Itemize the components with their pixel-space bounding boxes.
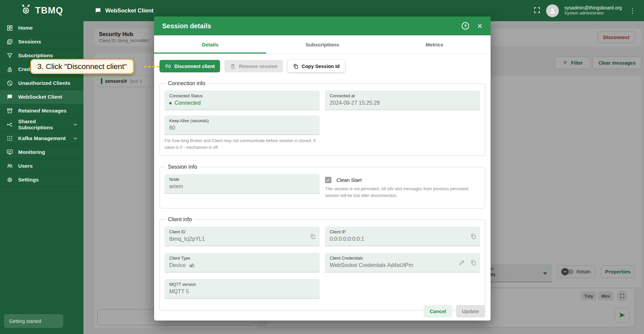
remove-session-button[interactable]: Remove session bbox=[224, 60, 283, 72]
chevron-down-icon bbox=[73, 136, 78, 141]
client-id-value: tbmq_lcj2pYL1 bbox=[169, 236, 315, 242]
gear-icon bbox=[6, 176, 13, 183]
connected-at-label: Connected at bbox=[330, 94, 475, 98]
keep-alive-value: 60 bbox=[169, 125, 315, 131]
node-value: artem bbox=[169, 183, 315, 190]
annotation-connector bbox=[144, 66, 159, 67]
copy-session-id-button[interactable]: Copy Session Id bbox=[287, 60, 345, 72]
copy-icon[interactable] bbox=[310, 233, 316, 240]
user-email: sysadmin@thingsboard.org bbox=[564, 5, 622, 11]
mqtt-version-label: MQTT version bbox=[169, 282, 315, 287]
node-field[interactable]: Node artem bbox=[165, 174, 320, 194]
sidebar-item-home[interactable]: Home bbox=[0, 21, 83, 35]
sidebar-item-users[interactable]: Users bbox=[0, 159, 83, 173]
dialog-tabs: Details Subscriptions Metrics bbox=[154, 35, 491, 54]
mqtt-version-value: MQTT 5 bbox=[169, 289, 315, 295]
copy-icon[interactable] bbox=[470, 233, 477, 240]
dialog-footer: Cancel Update bbox=[424, 305, 485, 318]
tbmq-logo-icon bbox=[20, 4, 32, 17]
connected-status-field[interactable]: Connected Status Connected bbox=[165, 91, 320, 110]
update-button[interactable]: Update bbox=[456, 305, 485, 318]
client-id-field[interactable]: Client ID tbmq_lcj2pYL1 bbox=[165, 227, 320, 246]
client-id-label: Client ID bbox=[169, 230, 315, 234]
sidebar-item-sessions[interactable]: Sessions bbox=[0, 35, 83, 49]
block-icon bbox=[6, 80, 13, 87]
clean-start-checkbox[interactable] bbox=[325, 177, 331, 183]
sidebar-item-label: Unauthorized Clients bbox=[18, 80, 70, 86]
filter-funnel-icon bbox=[6, 52, 13, 59]
cancel-button[interactable]: Cancel bbox=[424, 305, 452, 318]
chat-bubble-icon bbox=[95, 7, 102, 14]
keep-alive-label: Keep Alive (seconds) bbox=[169, 119, 315, 123]
connected-at-field[interactable]: Connected at 2024-09-27 15:25:29 bbox=[325, 91, 480, 110]
tab-details[interactable]: Details bbox=[154, 35, 266, 54]
disconnect-client-button[interactable]: Disconnect client bbox=[159, 60, 220, 72]
active-tab-indicator bbox=[154, 53, 266, 54]
client-type-value: Device bbox=[169, 262, 186, 268]
client-ip-label: Client IP bbox=[330, 230, 475, 234]
sidebar-item-label: Monitoring bbox=[18, 149, 45, 155]
link-off-icon bbox=[165, 63, 171, 69]
sidebar-item-websocket-client[interactable]: WebSocket Client bbox=[0, 90, 83, 104]
client-info-legend: Client info bbox=[166, 216, 194, 223]
node-label: Node bbox=[169, 177, 315, 182]
lock-icon bbox=[6, 66, 13, 73]
avatar[interactable] bbox=[546, 4, 559, 17]
connected-status-value: Connected bbox=[175, 100, 201, 106]
user-menu[interactable]: sysadmin@thingsboard.org System administ… bbox=[564, 5, 622, 16]
edit-pencil-icon[interactable] bbox=[459, 259, 465, 266]
session-info-legend: Session info bbox=[166, 164, 199, 170]
sidebar-item-unauthorized-clients[interactable]: Unauthorized Clients bbox=[0, 76, 83, 90]
help-icon[interactable]: ? bbox=[462, 22, 469, 30]
fullscreen-icon[interactable] bbox=[533, 6, 541, 15]
sidebar-item-settings[interactable]: Settings bbox=[0, 173, 83, 187]
sidebar-item-shared-subscriptions[interactable]: Shared Subscriptions bbox=[0, 118, 83, 132]
client-type-field[interactable]: Client Type Device bbox=[165, 253, 320, 272]
connection-info-legend: Connection info bbox=[166, 80, 207, 87]
close-icon[interactable]: ✕ bbox=[477, 22, 482, 30]
sidebar-item-label: WebSocket Client bbox=[18, 94, 62, 100]
sidebar-item-label: Sessions bbox=[18, 39, 41, 45]
logo[interactable]: TBMQ bbox=[0, 0, 83, 21]
branch-icon bbox=[6, 121, 13, 128]
chat-bubble-icon bbox=[6, 94, 13, 100]
sidebar-item-monitoring[interactable]: Monitoring bbox=[0, 145, 83, 159]
sidebar-item-kafka-management[interactable]: Kafka Management bbox=[0, 132, 83, 145]
person-icon bbox=[548, 7, 557, 15]
session-actions: Disconnect client Remove session Copy Se… bbox=[159, 60, 485, 72]
tab-metrics[interactable]: Metrics bbox=[379, 35, 491, 54]
apps-grid-icon bbox=[6, 135, 13, 142]
client-credentials-field[interactable]: Client Credentials WebSocket Credentials… bbox=[325, 253, 480, 272]
check-icon bbox=[326, 178, 330, 182]
sidebar-item-label: Shared Subscriptions bbox=[18, 119, 68, 131]
user-role: System administrator bbox=[564, 11, 622, 16]
keep-alive-cell: Keep Alive (seconds) 60 For how long Bro… bbox=[165, 115, 320, 151]
annotation-tooltip: 3. Click "Disconnect client" bbox=[30, 59, 134, 74]
connection-info-section: Connection info Connected Status Connect… bbox=[159, 80, 485, 156]
tab-subscriptions[interactable]: Subscriptions bbox=[266, 35, 378, 54]
copy-session-id-label: Copy Session Id bbox=[302, 64, 340, 69]
getting-started-button[interactable]: Getting started bbox=[4, 314, 63, 328]
app-root: TBMQ Home Sessions Subscriptions Credent… bbox=[0, 0, 644, 334]
mqtt-version-field[interactable]: MQTT version MQTT 5 bbox=[165, 279, 320, 299]
dashboard-icon bbox=[6, 25, 13, 31]
sessions-icon bbox=[6, 38, 13, 45]
client-ip-value: 0:0:0:0:0:0:0:1 bbox=[330, 236, 475, 242]
chevron-down-icon bbox=[73, 122, 78, 127]
annotation-text: 3. Click "Disconnect client" bbox=[37, 62, 127, 71]
sidebar-item-label: Settings bbox=[18, 177, 39, 183]
sidebar-item-label: Kafka Management bbox=[18, 135, 66, 141]
session-info-section: Session info Node artem Clean Start This… bbox=[159, 164, 485, 208]
keep-alive-field[interactable]: Keep Alive (seconds) 60 bbox=[165, 115, 320, 135]
clean-start-cell: Clean Start This session is not persiste… bbox=[325, 174, 480, 199]
sidebar-item-retained-messages[interactable]: Retained Messages bbox=[0, 104, 83, 118]
client-ip-field[interactable]: Client IP 0:0:0:0:0:0:0:1 bbox=[325, 227, 480, 246]
monitor-icon bbox=[6, 149, 13, 156]
kebab-menu-icon[interactable]: ⋮ bbox=[627, 7, 638, 15]
sidebar-item-label: Users bbox=[18, 163, 33, 169]
disconnect-client-label: Disconnect client bbox=[174, 64, 215, 69]
page-title-text: WebSocket Client bbox=[105, 7, 153, 14]
logo-text: TBMQ bbox=[35, 5, 63, 16]
sidebar-item-label: Retained Messages bbox=[18, 108, 67, 114]
copy-icon[interactable] bbox=[470, 259, 477, 266]
